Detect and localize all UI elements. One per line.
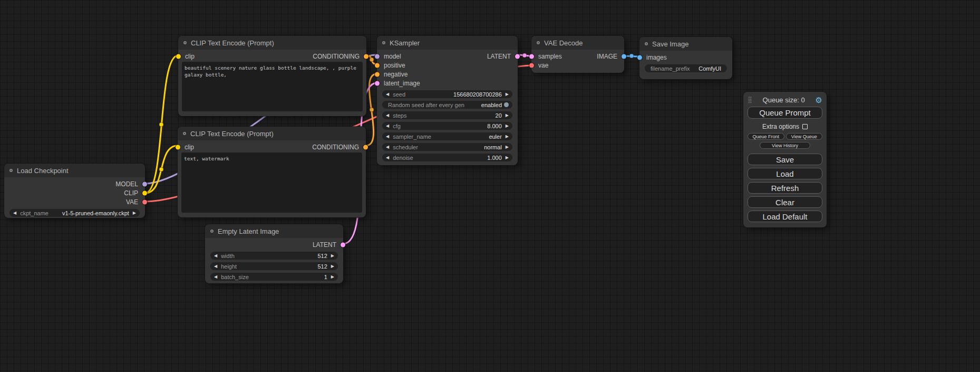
widget-name: scheduler: [393, 144, 418, 150]
node-titlebar[interactable]: Save Image: [639, 37, 732, 51]
collapse-dot-icon[interactable]: [9, 169, 13, 172]
sampler-name-widget[interactable]: ◀ sampler_name euler ▶: [382, 132, 512, 140]
increment-arrow-icon[interactable]: ▶: [506, 145, 509, 149]
widget-name: sampler_name: [393, 133, 431, 140]
decrement-arrow-icon[interactable]: ◀: [214, 254, 217, 258]
increment-arrow-icon[interactable]: ▶: [506, 124, 509, 128]
node-save-image: Save Image images filename_prefix ComfyU…: [639, 37, 732, 79]
latent-output-port[interactable]: [341, 242, 345, 247]
decrement-arrow-icon[interactable]: ◀: [214, 264, 217, 269]
node-titlebar[interactable]: VAE Decode: [531, 36, 624, 50]
batch-size-widget[interactable]: ◀ batch_size 1 ▶: [210, 273, 338, 281]
node-graph-canvas[interactable]: Load Checkpoint MODEL CLIP VAE ◀ ckpt_na…: [0, 0, 980, 372]
queue-prompt-button[interactable]: Queue Prompt: [748, 107, 822, 119]
widget-value: 156680208700286: [453, 91, 502, 98]
queue-front-button[interactable]: Queue Front: [748, 133, 784, 140]
latent-image-input-port[interactable]: [375, 81, 380, 85]
collapse-dot-icon[interactable]: [382, 41, 385, 44]
increment-arrow-icon[interactable]: ▶: [331, 275, 334, 279]
ckpt-name-widget[interactable]: ◀ ckpt_name v1-5-pruned-emaonly.ckpt ▶: [9, 209, 140, 217]
decrement-arrow-icon[interactable]: ◀: [386, 113, 389, 118]
collapse-dot-icon[interactable]: [210, 230, 214, 233]
node-titlebar[interactable]: CLIP Text Encode (Prompt): [178, 127, 366, 140]
input-label-clip: clip: [185, 53, 195, 60]
save-button[interactable]: Save: [748, 154, 822, 165]
vae-input-port[interactable]: [529, 63, 534, 68]
clear-button[interactable]: Clear: [748, 196, 822, 208]
prompt-text-field[interactable]: beautiful scenery nature glass bottle la…: [182, 62, 363, 111]
vae-output-port[interactable]: [142, 199, 147, 204]
link-midpoint-dot[interactable]: [370, 58, 374, 62]
node-title: Empty Latent Image: [218, 227, 279, 235]
images-input-port[interactable]: [637, 55, 642, 60]
increment-arrow-icon[interactable]: ▶: [506, 92, 509, 97]
toggle-indicator-icon[interactable]: [504, 102, 509, 107]
node-title: VAE Decode: [544, 39, 583, 47]
collapse-dot-icon[interactable]: [183, 41, 187, 44]
collapse-dot-icon[interactable]: [183, 132, 186, 135]
view-history-button[interactable]: View History: [760, 142, 810, 149]
decrement-arrow-icon[interactable]: ◀: [386, 145, 389, 149]
model-output-port[interactable]: [142, 182, 147, 186]
link-midpoint-dot[interactable]: [159, 122, 163, 127]
load-default-button[interactable]: Load Default: [748, 211, 822, 222]
drag-handle-icon[interactable]: ⣿: [748, 96, 752, 103]
clip-input-port[interactable]: [176, 54, 181, 59]
increment-arrow-icon[interactable]: ▶: [331, 264, 334, 269]
extra-options-checkbox[interactable]: [802, 124, 808, 129]
steps-widget[interactable]: ◀ steps 20 ▶: [382, 111, 512, 119]
increment-arrow-icon[interactable]: ▶: [506, 135, 509, 139]
image-output-port[interactable]: [622, 54, 626, 59]
output-label-conditioning: CONDITIONING: [313, 53, 360, 60]
clip-output-port[interactable]: [142, 190, 147, 195]
filename-prefix-widget[interactable]: filename_prefix ComfyUI: [645, 64, 727, 72]
widget-value: v1-5-pruned-emaonly.ckpt: [62, 210, 129, 216]
samples-input-port[interactable]: [529, 54, 534, 59]
refresh-button[interactable]: Refresh: [748, 182, 822, 194]
positive-input-port[interactable]: [375, 63, 380, 68]
clip-input-port[interactable]: [176, 145, 180, 149]
node-titlebar[interactable]: Empty Latent Image: [205, 224, 343, 238]
decrement-arrow-icon[interactable]: ◀: [386, 124, 389, 128]
view-queue-button[interactable]: View Queue: [786, 133, 823, 140]
decrement-arrow-icon[interactable]: ◀: [386, 135, 389, 139]
node-titlebar[interactable]: CLIP Text Encode (Prompt): [178, 36, 366, 50]
height-widget[interactable]: ◀ height 512 ▶: [210, 262, 338, 270]
latent-output-port[interactable]: [515, 54, 520, 59]
seed-widget[interactable]: ◀ seed 156680208700286 ▶: [382, 90, 512, 98]
link-midpoint-dot[interactable]: [522, 53, 527, 58]
scheduler-widget[interactable]: ◀ scheduler normal ▶: [382, 143, 512, 151]
node-title: CLIP Text Encode (Prompt): [190, 130, 274, 138]
increment-arrow-icon[interactable]: ▶: [133, 211, 136, 215]
slot-row-negative: negative: [377, 70, 518, 79]
collapse-dot-icon[interactable]: [645, 42, 648, 45]
link-midpoint-dot[interactable]: [629, 54, 634, 58]
increment-arrow-icon[interactable]: ▶: [506, 113, 509, 118]
output-label-model: MODEL: [115, 180, 138, 188]
slot-row-model-latent: model LATENT: [377, 52, 518, 61]
decrement-arrow-icon[interactable]: ◀: [13, 211, 16, 215]
cfg-widget[interactable]: ◀ cfg 8.000 ▶: [382, 122, 512, 130]
conditioning-output-port[interactable]: [364, 54, 368, 59]
model-input-port[interactable]: [375, 54, 380, 59]
denoise-widget[interactable]: ◀ denoise 1.000 ▶: [382, 154, 512, 161]
queue-menu-panel: ⣿ Queue size: 0 ⚙ Queue Prompt Extra opt…: [743, 92, 827, 227]
node-titlebar[interactable]: KSampler: [377, 36, 518, 50]
widget-value: ComfyUI: [698, 65, 721, 72]
load-button[interactable]: Load: [748, 168, 822, 179]
link-midpoint-dot[interactable]: [370, 108, 374, 112]
prompt-text-field[interactable]: text, watermark: [181, 152, 362, 213]
random-seed-toggle-widget[interactable]: Random seed after every gen enabled: [382, 101, 512, 109]
decrement-arrow-icon[interactable]: ◀: [386, 92, 389, 97]
increment-arrow-icon[interactable]: ▶: [331, 254, 334, 258]
collapse-dot-icon[interactable]: [537, 41, 540, 44]
node-titlebar[interactable]: Load Checkpoint: [4, 164, 145, 177]
conditioning-output-port[interactable]: [363, 145, 368, 149]
settings-gear-icon[interactable]: ⚙: [816, 96, 822, 104]
increment-arrow-icon[interactable]: ▶: [506, 156, 509, 160]
link-midpoint-dot[interactable]: [159, 167, 163, 171]
decrement-arrow-icon[interactable]: ◀: [386, 156, 389, 160]
negative-input-port[interactable]: [375, 72, 380, 77]
decrement-arrow-icon[interactable]: ◀: [214, 275, 217, 279]
width-widget[interactable]: ◀ width 512 ▶: [210, 252, 338, 260]
